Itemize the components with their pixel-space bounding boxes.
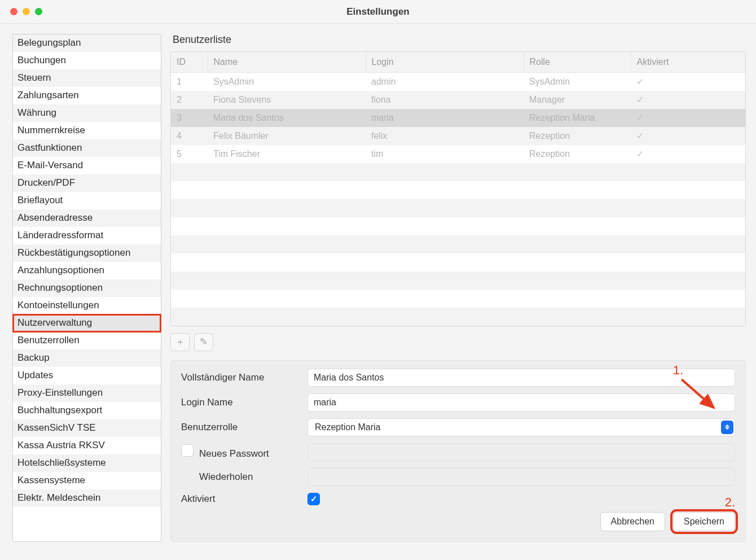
sidebar-item-anzahlungsoptionen[interactable]: Anzahlungsoptionen xyxy=(13,262,161,279)
titlebar: Einstellungen xyxy=(0,0,756,24)
cell-name: SysAdmin xyxy=(208,73,366,91)
table-row-empty xyxy=(171,199,745,217)
cell-name: Felix Bäumler xyxy=(208,127,366,145)
label-repeat: Wiederholen xyxy=(181,471,300,483)
chevron-up-down-icon xyxy=(721,421,733,434)
cell-role: Manager xyxy=(524,91,631,109)
cell-role: SysAdmin xyxy=(524,73,631,91)
sidebar-item-kassensichv-tse[interactable]: KassenSichV TSE xyxy=(13,419,161,437)
select-role[interactable]: Rezeption Maria xyxy=(307,418,735,436)
cell-role: Rezeption xyxy=(524,127,631,145)
userlist-toolbar: ＋ ✎ xyxy=(170,333,746,351)
sidebar-item-gastfunktionen[interactable]: Gastfunktionen xyxy=(13,139,161,157)
edit-user-button[interactable]: ✎ xyxy=(194,333,213,351)
cell-id: 5 xyxy=(171,145,208,163)
table-row-empty xyxy=(171,217,745,235)
label-active: Aktiviert xyxy=(181,493,300,505)
table-row-empty xyxy=(171,290,745,308)
cell-role: Rezeption Maria xyxy=(524,109,631,127)
cell-name: Maria dos Santos xyxy=(208,109,366,127)
table-row[interactable]: 2Fiona StevensfionaManager✓ xyxy=(171,91,745,109)
label-login: Login Name xyxy=(181,397,300,408)
sidebar-item-rechnungsoptionen[interactable]: Rechnungsoptionen xyxy=(13,279,161,297)
col-role[interactable]: Rolle xyxy=(524,52,631,73)
sidebar-item-l-nderadressformat[interactable]: Länderadressformat xyxy=(13,227,161,244)
input-newpass[interactable] xyxy=(307,443,735,461)
table-row[interactable]: 4Felix BäumlerfelixRezeption✓ xyxy=(171,127,745,145)
col-id[interactable]: ID xyxy=(171,52,208,73)
input-login[interactable] xyxy=(307,393,735,412)
cell-id: 1 xyxy=(171,73,208,91)
cell-role: Rezeption xyxy=(524,145,631,163)
sidebar-item-kassensysteme[interactable]: Kassensysteme xyxy=(13,472,161,489)
sidebar-item-hotelschlie-systeme[interactable]: Hotelschließsysteme xyxy=(13,454,161,472)
sidebar-item-brieflayout[interactable]: Brieflayout xyxy=(13,192,161,209)
section-title-userlist: Benutzerliste xyxy=(170,34,746,46)
label-fullname: Vollständiger Name xyxy=(181,372,300,383)
cell-id: 3 xyxy=(171,109,208,127)
user-form: Vollständiger Name Login Name Benutzerro… xyxy=(170,360,746,542)
sidebar-item-nummernkreise[interactable]: Nummernkreise xyxy=(13,122,161,139)
table-row-empty xyxy=(171,272,745,290)
cell-active: ✓ xyxy=(631,145,745,163)
cell-active: ✓ xyxy=(631,73,745,91)
user-table-wrap: ID Name Login Rolle Aktiviert 1SysAdmina… xyxy=(170,51,746,326)
sidebar-item-backup[interactable]: Backup xyxy=(13,349,161,367)
cell-active: ✓ xyxy=(631,91,745,109)
save-button[interactable]: Speichern xyxy=(673,512,735,531)
table-row-empty xyxy=(171,308,745,326)
cell-name: Tim Fischer xyxy=(208,145,366,163)
sidebar-item-benutzerrollen[interactable]: Benutzerrollen xyxy=(13,332,161,349)
cell-login: felix xyxy=(366,127,524,145)
sidebar-item-zahlungsarten[interactable]: Zahlungsarten xyxy=(13,87,161,104)
checkbox-newpass[interactable] xyxy=(181,444,194,457)
cell-login: maria xyxy=(366,109,524,127)
table-row-empty xyxy=(171,235,745,253)
sidebar-item-buchungen[interactable]: Buchungen xyxy=(13,52,161,69)
checkbox-active[interactable] xyxy=(307,493,320,505)
pencil-icon: ✎ xyxy=(200,336,208,348)
sidebar-item-absenderadresse[interactable]: Absenderadresse xyxy=(13,209,161,227)
cell-active: ✓ xyxy=(631,109,745,127)
sidebar-item-steuern[interactable]: Steuern xyxy=(13,69,161,87)
label-newpass-text: Neues Passwort xyxy=(199,448,269,459)
col-active[interactable]: Aktiviert xyxy=(631,52,745,73)
table-row-empty xyxy=(171,181,745,199)
select-role-value: Rezeption Maria xyxy=(307,418,735,436)
input-repeat[interactable] xyxy=(307,468,735,486)
sidebar-item-kontoeinstellungen[interactable]: Kontoeinstellungen xyxy=(13,297,161,314)
add-user-button[interactable]: ＋ xyxy=(170,333,190,351)
cell-login: fiona xyxy=(366,91,524,109)
cell-active: ✓ xyxy=(631,127,745,145)
cancel-button[interactable]: Abbrechen xyxy=(600,512,665,531)
plus-icon: ＋ xyxy=(175,335,185,348)
label-role: Benutzerrolle xyxy=(181,422,300,433)
sidebar-item-proxy-einstellungen[interactable]: Proxy-Einstellungen xyxy=(13,384,161,402)
sidebar-item-drucken-pdf[interactable]: Drucken/PDF xyxy=(13,174,161,192)
col-login[interactable]: Login xyxy=(366,52,524,73)
col-name[interactable]: Name xyxy=(208,52,366,73)
sidebar-item-nutzerverwaltung[interactable]: Nutzerverwaltung xyxy=(13,314,161,332)
table-row[interactable]: 5Tim FischertimRezeption✓ xyxy=(171,145,745,163)
cell-id: 2 xyxy=(171,91,208,109)
sidebar-item-buchhaltungsexport[interactable]: Buchhaltungsexport xyxy=(13,402,161,419)
table-row[interactable]: 3Maria dos SantosmariaRezeption Maria✓ xyxy=(171,109,745,127)
sidebar-item-r-ckbest-tigungsoptionen[interactable]: Rückbestätigungsoptionen xyxy=(13,244,161,262)
sidebar-item-belegungsplan[interactable]: Belegungsplan xyxy=(13,34,161,52)
sidebar-item-kassa-austria-rksv[interactable]: Kassa Austria RKSV xyxy=(13,437,161,454)
label-newpass: Neues Passwort xyxy=(181,444,300,460)
cell-name: Fiona Stevens xyxy=(208,91,366,109)
settings-sidebar: BelegungsplanBuchungenSteuernZahlungsart… xyxy=(12,34,161,542)
sidebar-item-w-hrung[interactable]: Währung xyxy=(13,104,161,122)
table-row[interactable]: 1SysAdminadminSysAdmin✓ xyxy=(171,73,745,91)
cell-login: admin xyxy=(366,73,524,91)
sidebar-item-updates[interactable]: Updates xyxy=(13,367,161,384)
cell-id: 4 xyxy=(171,127,208,145)
user-table: ID Name Login Rolle Aktiviert 1SysAdmina… xyxy=(171,52,745,326)
cell-login: tim xyxy=(366,145,524,163)
sidebar-item-e-mail-versand[interactable]: E-Mail-Versand xyxy=(13,157,161,174)
window-title: Einstellungen xyxy=(0,6,756,18)
sidebar-item-elektr-meldeschein[interactable]: Elektr. Meldeschein xyxy=(13,489,161,507)
input-fullname[interactable] xyxy=(307,369,735,387)
table-row-empty xyxy=(171,253,745,272)
